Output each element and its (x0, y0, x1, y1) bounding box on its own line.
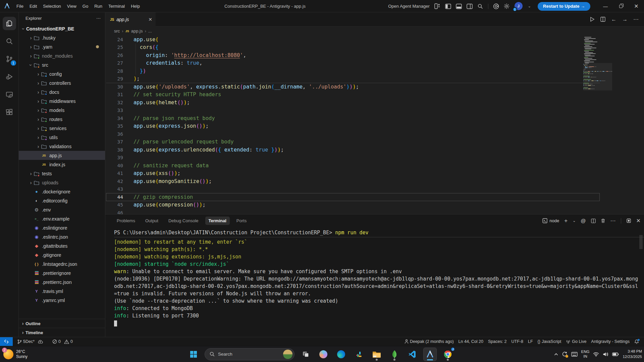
file-tree-item--eslintignore[interactable]: ◉.eslintignore (19, 223, 105, 232)
maximize-panel-icon[interactable] (626, 218, 631, 223)
file-tree-item--prettierignore[interactable]: .prettierignore (19, 268, 105, 278)
file-tree-item-app-js[interactable]: JSapp.js (19, 151, 105, 160)
file-tree-item-utils[interactable]: ›utils (19, 133, 105, 142)
taskbar-app-vscode[interactable] (406, 348, 419, 361)
cursor-position-status[interactable]: Ln 44, Col 20 (456, 339, 486, 344)
file-tree-item-config[interactable]: ›config (19, 69, 105, 78)
minimize-button[interactable]: — (598, 0, 613, 12)
menu-help[interactable]: Help (128, 2, 143, 10)
menu-file[interactable]: File (13, 2, 26, 10)
timeline-section[interactable]: › Timeline (19, 328, 105, 337)
sidebar-item-source-control[interactable]: 1 (0, 50, 19, 68)
close-button[interactable]: ✕ (629, 0, 644, 12)
file-tree-item--env-example[interactable]: >_.env.example (19, 214, 105, 223)
breadcrumb-file[interactable]: app.js (131, 28, 143, 34)
code-line-35[interactable]: 35app.use(express.json()); (105, 122, 644, 130)
file-tree-item-docs[interactable]: ›docs (19, 87, 105, 97)
taskbar-app-copilot[interactable] (317, 348, 330, 361)
code-line-36[interactable]: 36 (105, 130, 644, 138)
account-avatar[interactable]: J 1 (515, 2, 523, 11)
code-line-45[interactable]: 45app.use(compression()); (105, 201, 644, 209)
panel-tab-problems[interactable]: Problems (113, 217, 139, 225)
breadcrumb-symbol[interactable]: ... (148, 28, 152, 34)
file-tree-item--gitignore[interactable]: ◆.gitignore (19, 250, 105, 259)
notifications-button[interactable] (632, 339, 641, 344)
task-view-button[interactable] (299, 348, 312, 361)
taskbar-app-file-explorer[interactable] (370, 348, 383, 361)
code-line-32[interactable]: 32app.use(helmet()); (105, 99, 644, 107)
code-line-40[interactable]: 40// sanitize request data (105, 162, 644, 170)
explorer-more-actions-icon[interactable]: ⋯ (96, 16, 101, 21)
menu-go[interactable]: Go (79, 2, 91, 10)
code-line-41[interactable]: 41app.use(xss()); (105, 170, 644, 178)
file-tree-item--lintstagedrc-json[interactable]: { }.lintstagedrc.json (19, 259, 105, 268)
toggle-bottom-panel-icon[interactable] (456, 3, 462, 9)
file-tree-item-src[interactable]: ›src (19, 60, 105, 69)
file-tree-item-routes[interactable]: ›routes (19, 115, 105, 124)
code-line-31[interactable]: 31// set security HTTP headers (105, 91, 644, 99)
browser-icon[interactable] (493, 3, 499, 9)
panel-more-actions-icon[interactable]: ⋯ (610, 218, 616, 224)
hidden-icons-chevron[interactable] (554, 353, 558, 356)
settings-gear-icon[interactable] (504, 3, 510, 9)
file-tree-item--editorconfig[interactable]: ◐.editorconfig (19, 196, 105, 205)
file-tree-item--yarnrc-yml[interactable]: Y.yarnrc.yml (19, 296, 105, 305)
go-live-button[interactable]: Go Live (564, 339, 589, 344)
terminal-process[interactable]: node (542, 218, 559, 223)
encoding-status[interactable]: UTF-8 (509, 339, 526, 344)
taskbar-app-slack[interactable] (352, 348, 366, 361)
battery-icon[interactable] (612, 352, 619, 356)
terminal-scrollbar[interactable] (639, 235, 643, 249)
sidebar-item-search[interactable] (0, 32, 19, 50)
split-editor-icon[interactable] (600, 17, 605, 22)
kill-terminal-icon[interactable] (601, 218, 605, 223)
breadcrumb[interactable]: src › JS app.js › ... (105, 26, 644, 36)
code-line-28[interactable]: 28 }) (105, 67, 644, 75)
file-tree-item--prettierrc-json[interactable]: .prettierrc.json (19, 278, 105, 287)
file-tree-item--env[interactable]: ⚙.env (19, 205, 105, 214)
code-line-33[interactable]: 33 (105, 107, 644, 115)
code-line-46[interactable]: 46 (105, 209, 644, 214)
indentation-status[interactable]: Spaces: 2 (486, 339, 509, 344)
terminal-output[interactable]: PS C:\Users\admin\Desktop\JATIN\Construc… (105, 227, 644, 337)
file-tree-item-middlewares[interactable]: ›middlewares (19, 97, 105, 106)
eol-status[interactable]: LF (526, 339, 535, 344)
outline-section[interactable]: › Outline (19, 319, 105, 328)
close-panel-icon[interactable]: ✕ (636, 218, 641, 224)
breadcrumb-src[interactable]: src (114, 28, 120, 34)
menu-view[interactable]: View (64, 2, 79, 10)
file-tree-item-controllers[interactable]: ›controllers (19, 78, 105, 87)
menu-terminal[interactable]: Terminal (105, 2, 128, 10)
file-tree-item-index-js[interactable]: JSindex.js (19, 160, 105, 169)
file-tree-item-validations[interactable]: ›validations (19, 142, 105, 151)
file-tree-item-constructionerp-be[interactable]: ›ConstructionERP_BE (19, 24, 105, 33)
split-terminal-icon[interactable] (591, 219, 596, 223)
taskbar-app-mongodb[interactable] (388, 348, 401, 361)
at-mention-icon[interactable]: @ (581, 218, 586, 224)
code-line-24[interactable]: 24app.use( (105, 36, 644, 44)
code-line-43[interactable]: 43 (105, 185, 644, 193)
file-tree-item-models[interactable]: ›models (19, 106, 105, 115)
file-tree-item--gitattributes[interactable]: ◆.gitattributes (19, 241, 105, 250)
toggle-left-sidebar-icon[interactable] (445, 3, 451, 9)
code-line-34[interactable]: 34// parse json request body (105, 114, 644, 122)
panel-tab-ports[interactable]: Ports (233, 217, 250, 225)
sync-icon[interactable] (562, 351, 568, 357)
code-line-39[interactable]: 39 (105, 154, 644, 162)
file-tree-item-services[interactable]: ›services (19, 124, 105, 133)
terminal-dropdown-icon[interactable]: ⌄ (573, 219, 576, 223)
panel-tab-debug-console[interactable]: Debug Console (165, 217, 202, 225)
file-tree-item--eslintrc-json[interactable]: ◉.eslintrc.json (19, 232, 105, 241)
volume-icon[interactable] (603, 352, 608, 357)
code-line-26[interactable]: 26 origin: 'http://localhost:8080', (105, 51, 644, 59)
menu-edit[interactable]: Edit (26, 2, 40, 10)
navigate-forward-icon[interactable]: → (622, 16, 628, 22)
new-terminal-icon[interactable]: + (564, 218, 568, 224)
file-tree-item-tests[interactable]: ›tests (19, 169, 105, 178)
restore-button[interactable] (613, 0, 629, 12)
wifi-icon[interactable] (593, 352, 599, 357)
code-line-27[interactable]: 27 credentials: true, (105, 59, 644, 67)
start-button[interactable] (187, 348, 200, 361)
code-line-29[interactable]: 29); (105, 75, 644, 83)
language-mode-status[interactable]: {} JavaScript (535, 339, 564, 344)
